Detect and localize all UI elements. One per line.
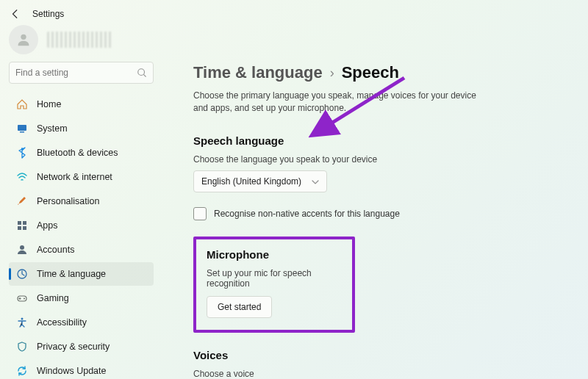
sidebar-item-label: Apps: [37, 220, 58, 231]
apps-icon: [16, 220, 28, 231]
chevron-down-icon: [312, 178, 319, 185]
sidebar-item-label: Time & language: [37, 269, 106, 279]
svg-point-13: [21, 318, 24, 320]
non-native-accents-label: Recognise non-native accents for this la…: [214, 209, 400, 219]
back-button[interactable]: [10, 9, 21, 19]
sidebar-item-label: Bluetooth & devices: [37, 148, 118, 158]
sidebar-item-network[interactable]: Network & internet: [9, 165, 154, 189]
sidebar-item-label: Gaming: [37, 293, 69, 303]
sidebar-item-label: Network & internet: [37, 172, 112, 182]
svg-rect-6: [23, 221, 26, 225]
microphone-heading: Microphone: [207, 248, 342, 261]
svg-rect-5: [18, 221, 21, 225]
svg-rect-4: [20, 131, 24, 133]
sidebar-item-accessibility[interactable]: Accessibility: [9, 311, 154, 334]
update-icon: [16, 365, 28, 377]
sidebar-item-gaming[interactable]: Gaming: [9, 286, 154, 310]
person-icon: [16, 244, 28, 256]
sidebar-item-bluetooth[interactable]: Bluetooth & devices: [9, 141, 154, 165]
sidebar-item-label: Privacy & security: [37, 342, 110, 352]
gaming-icon: [16, 292, 28, 304]
avatar[interactable]: [9, 25, 38, 54]
sidebar-item-home[interactable]: Home: [9, 93, 154, 116]
sidebar-item-personalisation[interactable]: Personalisation: [9, 190, 154, 213]
choose-voice-label: Choose a voice: [193, 369, 570, 379]
system-icon: [16, 123, 28, 134]
bluetooth-icon: [16, 147, 28, 159]
speech-language-selected: English (United Kingdom): [201, 176, 301, 187]
sidebar-item-apps[interactable]: Apps: [9, 214, 154, 237]
microphone-section-highlighted: Microphone Set up your mic for speech re…: [193, 237, 355, 333]
sidebar-item-time-language[interactable]: Time & language: [9, 262, 154, 286]
microphone-sub: Set up your mic for speech recognition: [207, 268, 342, 289]
sidebar-item-label: Windows Update: [37, 366, 107, 376]
sidebar-item-label: Accounts: [37, 245, 74, 255]
sidebar-item-label: Accessibility: [37, 317, 87, 328]
svg-rect-3: [18, 125, 26, 131]
chevron-right-icon: ›: [330, 65, 334, 81]
brush-icon: [16, 195, 28, 207]
app-title: Settings: [32, 9, 64, 19]
svg-point-12: [24, 298, 25, 300]
svg-line-2: [144, 75, 146, 77]
sidebar-item-label: Home: [37, 99, 61, 109]
svg-point-0: [21, 35, 26, 40]
globe-clock-icon: [16, 268, 28, 280]
svg-point-9: [20, 245, 24, 250]
sidebar-item-windows-update[interactable]: Windows Update: [9, 359, 154, 379]
page-title: Speech: [342, 63, 399, 82]
home-icon: [16, 98, 28, 110]
speech-language-dropdown[interactable]: English (United Kingdom): [193, 170, 327, 192]
page-intro: Choose the primary language you speak, m…: [193, 90, 487, 115]
sidebar-item-system[interactable]: System: [9, 117, 154, 140]
voices-heading: Voices: [193, 349, 570, 361]
sidebar-item-label: System: [37, 123, 68, 134]
account-name-redacted: [47, 32, 113, 48]
speech-language-sub: Choose the language you speak to your de…: [193, 154, 570, 165]
sidebar: Home System Bluetooth & devices Network …: [0, 62, 158, 379]
sidebar-item-label: Personalisation: [37, 196, 99, 206]
non-native-accents-checkbox[interactable]: [193, 207, 207, 220]
breadcrumb: Time & language › Speech: [193, 63, 570, 82]
svg-rect-8: [23, 226, 26, 230]
sidebar-item-privacy[interactable]: Privacy & security: [9, 335, 154, 358]
get-started-button[interactable]: Get started: [207, 296, 272, 318]
search-box[interactable]: [9, 62, 154, 84]
search-icon: [137, 68, 147, 78]
speech-language-heading: Speech language: [193, 134, 570, 147]
wifi-icon: [16, 171, 28, 183]
svg-point-1: [138, 69, 145, 76]
sidebar-item-accounts[interactable]: Accounts: [9, 238, 154, 261]
shield-icon: [16, 341, 28, 353]
search-input[interactable]: [15, 68, 137, 78]
main-content: Time & language › Speech Choose the prim…: [158, 62, 588, 379]
svg-rect-7: [18, 226, 21, 230]
breadcrumb-parent[interactable]: Time & language: [193, 63, 323, 82]
accessibility-icon: [16, 317, 28, 328]
